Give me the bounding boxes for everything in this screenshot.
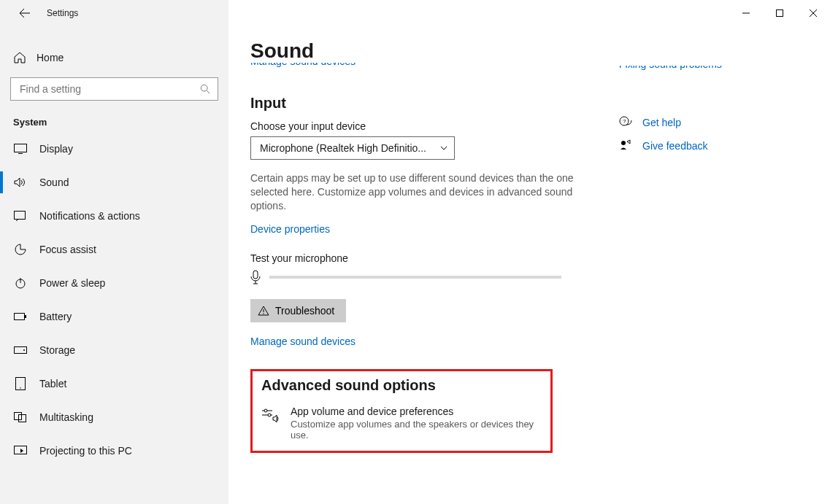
sidebar-item-label: Tablet: [39, 378, 66, 389]
sidebar-group-label: System: [13, 117, 228, 128]
svg-rect-17: [777, 10, 783, 17]
manage-sound-devices-link[interactable]: Manage sound devices: [250, 336, 619, 347]
sliders-icon: [261, 407, 279, 423]
adv-item-desc: Customize app volumes and the speakers o…: [291, 419, 542, 441]
get-help-link[interactable]: ? Get help: [619, 111, 802, 134]
page-title: Sound: [250, 39, 619, 63]
home-label: Home: [36, 52, 64, 63]
sidebar-item-label: Projecting to this PC: [39, 445, 132, 457]
search-box[interactable]: [10, 77, 218, 101]
device-properties-link[interactable]: Device properties: [250, 223, 619, 235]
battery-icon: [13, 312, 28, 321]
svg-rect-14: [19, 415, 26, 422]
input-section-heading: Input: [250, 95, 619, 112]
power-icon: [13, 277, 28, 289]
notifications-icon: [13, 211, 28, 221]
app-volume-preferences-item[interactable]: App volume and device preferences Custom…: [261, 406, 542, 441]
troubleshoot-button[interactable]: Troubleshoot: [250, 299, 346, 322]
svg-rect-8: [25, 315, 26, 318]
sidebar-item-sound[interactable]: Sound: [0, 166, 228, 199]
sidebar: Settings Home System Display Sound Notif…: [0, 0, 228, 504]
sidebar-item-label: Sound: [39, 177, 69, 188]
input-description: Certain apps may be set up to use differ…: [250, 171, 575, 213]
close-button[interactable]: [796, 3, 830, 23]
titlebar: Settings: [0, 0, 228, 26]
svg-rect-13: [15, 413, 22, 420]
svg-point-10: [23, 349, 25, 351]
multitasking-icon: [13, 412, 28, 422]
sidebar-item-power-sleep[interactable]: Power & sleep: [0, 266, 228, 300]
main-panel: Sound Manage sound devices Input Choose …: [250, 23, 619, 504]
sidebar-item-display[interactable]: Display: [0, 132, 228, 166]
svg-point-29: [621, 141, 626, 145]
home-icon: [13, 51, 26, 64]
svg-point-0: [201, 85, 207, 91]
sidebar-item-label: Power & sleep: [39, 277, 105, 289]
sidebar-home[interactable]: Home: [0, 42, 228, 73]
display-icon: [13, 144, 28, 154]
troubleshoot-label: Troubleshoot: [275, 305, 334, 317]
sidebar-item-label: Focus assist: [39, 244, 96, 255]
test-mic-label: Test your microphone: [250, 252, 619, 264]
svg-rect-4: [15, 212, 26, 220]
back-button[interactable]: [12, 0, 38, 26]
sidebar-item-storage[interactable]: Storage: [0, 333, 228, 367]
svg-line-1: [207, 90, 210, 93]
sidebar-item-label: Storage: [39, 344, 75, 356]
sidebar-item-tablet[interactable]: Tablet: [0, 367, 228, 400]
tablet-icon: [13, 377, 28, 390]
search-input[interactable]: [18, 82, 200, 96]
sidebar-item-label: Notifications & actions: [39, 210, 140, 222]
input-device-dropdown[interactable]: Microphone (Realtek High Definitio...: [250, 136, 455, 160]
sidebar-item-multitasking[interactable]: Multitasking: [0, 400, 228, 434]
give-feedback-link[interactable]: Give feedback: [619, 134, 802, 158]
adv-item-title: App volume and device preferences: [291, 406, 542, 417]
window-title: Settings: [47, 8, 78, 18]
advanced-sound-options-highlight: Advanced sound options App volume and de…: [250, 369, 553, 453]
sidebar-nav: Display Sound Notifications & actions Fo…: [0, 132, 228, 468]
mic-test-row: [250, 270, 619, 284]
sidebar-item-label: Display: [39, 143, 73, 155]
sidebar-item-label: Battery: [39, 311, 72, 322]
focus-assist-icon: [13, 244, 28, 255]
projecting-icon: [13, 446, 28, 456]
chevron-down-icon: [439, 144, 448, 152]
minimize-button[interactable]: [729, 3, 763, 23]
svg-point-26: [268, 414, 271, 416]
manage-sound-devices-link-top[interactable]: Manage sound devices: [250, 63, 619, 69]
svg-rect-20: [253, 271, 258, 279]
choose-input-label: Choose your input device: [250, 120, 619, 132]
svg-text:?: ?: [623, 118, 626, 125]
search-icon: [200, 84, 210, 94]
svg-rect-7: [15, 314, 25, 320]
back-arrow-icon: [19, 7, 31, 19]
right-panel: Fixing sound problems ? Get help Give fe…: [619, 23, 802, 504]
svg-point-22: [263, 313, 264, 314]
sidebar-item-label: Multitasking: [39, 411, 93, 423]
fixing-sound-problems-link[interactable]: Fixing sound problems: [619, 66, 802, 71]
svg-rect-2: [15, 144, 27, 152]
svg-point-12: [20, 387, 21, 389]
storage-icon: [13, 346, 28, 354]
input-device-value: Microphone (Realtek High Definitio...: [260, 142, 426, 154]
mic-level-bar: [269, 276, 561, 279]
sidebar-item-notifications[interactable]: Notifications & actions: [0, 199, 228, 233]
feedback-icon: [619, 139, 632, 152]
sidebar-item-battery[interactable]: Battery: [0, 300, 228, 333]
chat-help-icon: ?: [619, 116, 632, 129]
content-area: Sound Manage sound devices Input Choose …: [228, 0, 830, 504]
warning-icon: [258, 306, 269, 316]
microphone-icon: [250, 270, 261, 284]
advanced-section-heading: Advanced sound options: [261, 377, 542, 394]
maximize-button[interactable]: [763, 3, 796, 23]
sound-icon: [13, 177, 28, 187]
svg-point-24: [264, 409, 267, 412]
window-controls: [228, 0, 830, 23]
sidebar-item-focus-assist[interactable]: Focus assist: [0, 233, 228, 266]
sidebar-item-projecting[interactable]: Projecting to this PC: [0, 434, 228, 468]
